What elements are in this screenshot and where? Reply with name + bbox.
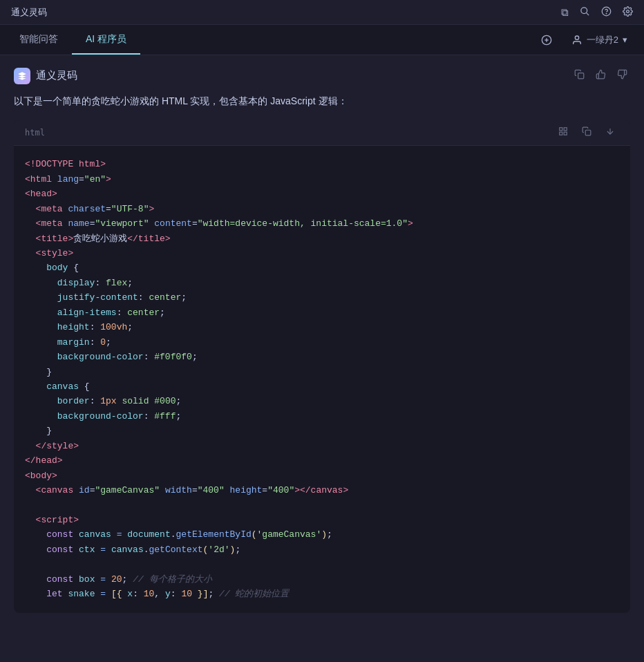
chevron-down-icon: ▾ <box>623 35 627 45</box>
code-line-13: margin: 0; <box>25 335 619 350</box>
svg-rect-9 <box>560 128 562 131</box>
code-action-buttons <box>554 125 619 140</box>
brand-name: 通义灵码 <box>36 69 77 82</box>
help-icon[interactable] <box>601 6 612 19</box>
code-line-27: const ctx = canvas.getContext('2d'); <box>25 542 619 557</box>
code-content: <!DOCTYPE html> <html lang="en"> <head> … <box>14 146 630 612</box>
code-line-4: <meta charset="UTF-8"> <box>25 202 619 216</box>
code-line-7: <style> <box>25 246 619 261</box>
code-line-23: <canvas id="gameCanvas" width="400" heig… <box>25 483 619 498</box>
code-line-14: background-color: #f0f0f0; <box>25 350 619 364</box>
code-language: html <box>25 128 45 138</box>
titlebar-actions: ⧉ <box>561 6 633 19</box>
tabs-container: 智能问答 AI 程序员 <box>6 25 140 55</box>
code-line-9: display: flex; <box>25 276 619 290</box>
titlebar-title-area: 通义灵码 <box>11 6 47 19</box>
svg-point-7 <box>575 36 578 39</box>
svg-rect-12 <box>560 133 562 135</box>
code-line-26: const canvas = document.getElementById('… <box>25 527 619 542</box>
code-line-19: } <box>25 424 619 438</box>
tabbar-right-area: 一绿丹2 ▾ <box>536 31 644 49</box>
svg-rect-13 <box>585 131 591 136</box>
tabbar: 智能问答 AI 程序员 一绿丹2 ▾ <box>0 25 644 55</box>
code-line-28 <box>25 557 619 571</box>
response-header: 通义灵码 <box>14 66 630 85</box>
code-block: html <box>14 120 630 612</box>
main-content: 通义灵码 <box>0 55 644 662</box>
tab-chat[interactable]: 智能问答 <box>6 25 72 55</box>
code-line-24 <box>25 498 619 512</box>
brand-icon <box>14 68 30 84</box>
user-account-button[interactable]: 一绿丹2 ▾ <box>566 31 633 49</box>
brand-area: 通义灵码 <box>14 68 77 84</box>
svg-point-0 <box>581 7 587 13</box>
code-line-29: const box = 20; // 每个格子的大小 <box>25 572 619 587</box>
add-conversation-button[interactable] <box>536 32 558 48</box>
intro-text: 以下是一个简单的贪吃蛇小游戏的 HTML 实现，包含基本的 JavaScript… <box>14 93 630 108</box>
search-icon[interactable] <box>580 6 590 19</box>
copy-response-button[interactable] <box>571 66 587 85</box>
app-title: 通义灵码 <box>11 6 47 19</box>
code-line-16: canvas { <box>25 379 619 394</box>
code-line-2: <html lang="en"> <box>25 172 619 187</box>
code-preview-button[interactable] <box>554 125 572 140</box>
code-line-18: background-color: #fff; <box>25 409 619 424</box>
like-button[interactable] <box>593 66 609 85</box>
code-line-20: </style> <box>25 439 619 453</box>
svg-rect-10 <box>564 128 567 131</box>
code-line-22: <body> <box>25 469 619 483</box>
svg-rect-11 <box>564 133 567 135</box>
code-line-8: body { <box>25 261 619 275</box>
svg-line-1 <box>586 12 589 15</box>
settings-icon[interactable] <box>623 6 633 19</box>
code-line-10: justify-content: center; <box>25 290 619 305</box>
code-insert-button[interactable] <box>601 125 619 140</box>
code-line-11: align-items: center; <box>25 305 619 320</box>
code-line-12: height: 100vh; <box>25 320 619 334</box>
code-line-1: <!DOCTYPE html> <box>25 157 619 171</box>
tab-programmer[interactable]: AI 程序员 <box>72 25 140 55</box>
code-line-21: </head> <box>25 453 619 468</box>
code-line-3: <head> <box>25 187 619 201</box>
code-line-15: } <box>25 365 619 379</box>
dislike-button[interactable] <box>614 66 630 85</box>
code-line-17: border: 1px solid #000; <box>25 394 619 408</box>
code-line-30: let snake = [{ x: 10, y: 10 }]; // 蛇的初始位… <box>25 587 619 601</box>
history-icon[interactable]: ⧉ <box>561 6 569 19</box>
code-line-25: <script> <box>25 513 619 527</box>
ai-response: 通义灵码 <box>14 66 630 613</box>
code-line-5: <meta name="viewport" content="width=dev… <box>25 216 619 231</box>
svg-rect-8 <box>578 73 584 79</box>
code-copy-button[interactable] <box>578 125 596 140</box>
code-header: html <box>14 120 630 146</box>
titlebar: 通义灵码 ⧉ <box>0 0 644 25</box>
response-action-buttons <box>571 66 630 85</box>
code-line-6: <title>贪吃蛇小游戏</title> <box>25 231 619 246</box>
